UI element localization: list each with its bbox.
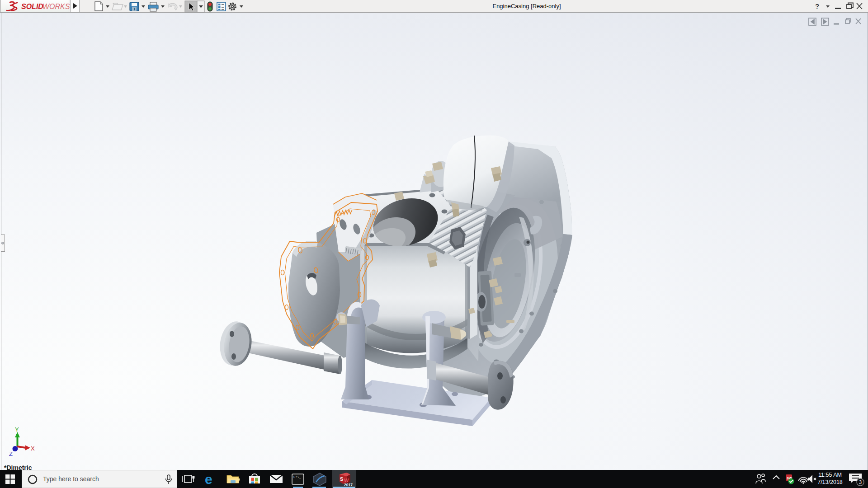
svg-text:Y: Y <box>15 426 19 433</box>
svg-text:SOLID: SOLID <box>21 3 43 10</box>
svg-text:WORKS: WORKS <box>42 3 70 10</box>
svg-text:?: ? <box>815 2 819 10</box>
svg-text:Z: Z <box>9 450 13 457</box>
svg-text:3: 3 <box>859 479 862 485</box>
svg-text:S: S <box>340 476 343 482</box>
svg-text:C:\_: C:\_ <box>293 475 302 479</box>
svg-text:X: X <box>31 445 35 452</box>
svg-text:e: e <box>205 472 212 487</box>
